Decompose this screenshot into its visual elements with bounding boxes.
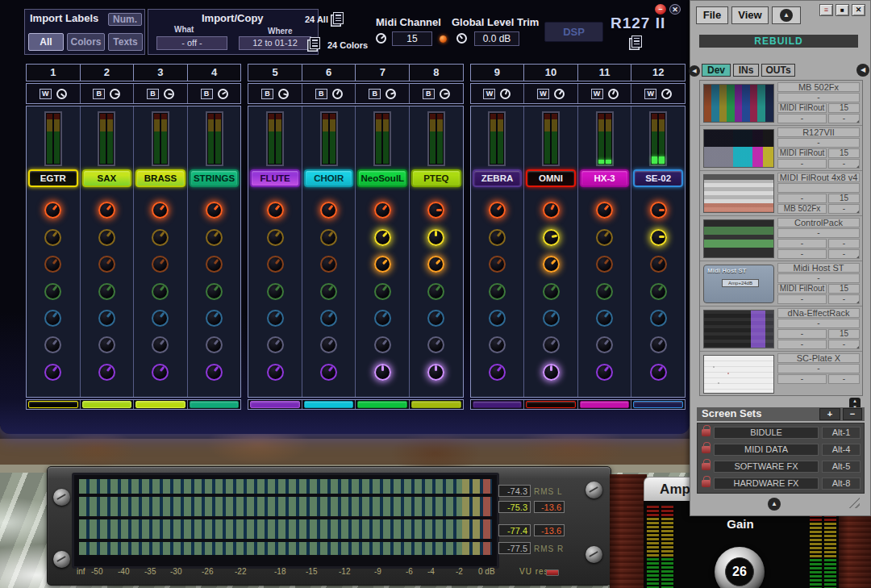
channel-knob[interactable] xyxy=(206,256,223,273)
channel-knob[interactable] xyxy=(374,283,391,300)
channel-mode-button[interactable]: B xyxy=(201,89,213,99)
global-trim-value[interactable]: 0.0 dB xyxy=(474,31,519,46)
screen-set-add-button[interactable]: + xyxy=(819,408,840,420)
device-route-field[interactable]: - xyxy=(777,114,827,123)
device-row[interactable]: SC-Plate X--- xyxy=(700,352,862,396)
channel-knob[interactable] xyxy=(98,202,115,219)
screen-set-name[interactable]: MIDI DATA xyxy=(714,444,819,456)
device-channel-field[interactable]: - xyxy=(828,204,860,214)
window-maximize-icon[interactable]: ■ xyxy=(836,4,849,16)
channel-knob[interactable] xyxy=(206,283,223,300)
channel-name-label[interactable]: CHOIR xyxy=(304,169,354,187)
device-channel-field[interactable]: 15 xyxy=(828,148,860,158)
channel-knob-icon[interactable] xyxy=(56,89,67,99)
channel-knob[interactable] xyxy=(596,256,613,273)
channel-knob-icon[interactable] xyxy=(608,89,619,99)
screen-set-row[interactable]: BIDULEAlt-1 xyxy=(699,425,861,440)
dsp-button[interactable]: DSP xyxy=(544,22,603,42)
channel-knob-icon[interactable] xyxy=(218,89,228,99)
channel-mode-button[interactable]: B xyxy=(423,89,435,99)
channel-knob[interactable] xyxy=(44,202,61,219)
channel-knob-icon[interactable] xyxy=(110,89,120,99)
channel-knob[interactable] xyxy=(489,336,506,353)
channel-mode-button[interactable]: W xyxy=(40,89,52,99)
device-route-field[interactable]: - xyxy=(777,239,827,248)
channel-knob[interactable] xyxy=(427,283,444,300)
device-field[interactable]: - xyxy=(777,273,860,283)
channel-knob[interactable] xyxy=(267,256,284,273)
file-menu[interactable]: File xyxy=(696,6,728,24)
tab-dev[interactable]: Dev xyxy=(702,64,731,77)
texts-button[interactable]: Texts xyxy=(108,33,143,51)
num-button[interactable]: Num. xyxy=(108,13,142,26)
channel-knob[interactable] xyxy=(98,283,115,300)
device-channel-field[interactable]: - xyxy=(828,114,860,123)
channel-knob[interactable] xyxy=(650,202,667,219)
channel-knob[interactable] xyxy=(543,310,560,327)
device-channel-field[interactable]: 15 xyxy=(828,103,860,113)
channel-knob[interactable] xyxy=(650,283,667,300)
channel-mode-button[interactable]: B xyxy=(369,89,381,99)
channel-knob[interactable] xyxy=(44,310,61,327)
channel-knob[interactable] xyxy=(267,310,284,327)
channel-mode-button[interactable]: W xyxy=(483,89,495,99)
spin-up-icon[interactable]: ▲ xyxy=(849,398,861,404)
screen-set-row[interactable]: MIDI DATAAlt-4 xyxy=(699,442,861,457)
channel-knob[interactable] xyxy=(489,310,506,327)
channel-knob-icon[interactable] xyxy=(661,89,672,99)
channel-knob[interactable] xyxy=(98,336,115,353)
channel-knob[interactable] xyxy=(374,310,391,327)
title-pages-icon[interactable] xyxy=(631,35,642,48)
channel-knob-icon[interactable] xyxy=(332,89,343,99)
device-route-field[interactable]: MIDI FilRout xyxy=(777,103,827,113)
channel-knob[interactable] xyxy=(320,202,337,219)
channel-knob-icon[interactable] xyxy=(278,89,289,99)
channel-name-label[interactable]: PTEQ xyxy=(411,169,461,187)
channel-knob[interactable] xyxy=(427,202,444,219)
channel-knob[interactable] xyxy=(152,364,169,381)
channel-knob[interactable] xyxy=(427,256,444,273)
channel-knob[interactable] xyxy=(152,202,169,219)
what-dropdown[interactable]: - off - xyxy=(156,36,227,50)
collapse-bottom-icon[interactable]: ▲ xyxy=(768,498,781,511)
channel-knob[interactable] xyxy=(650,364,667,381)
channel-name-label[interactable]: FLUTE xyxy=(250,169,300,187)
window-close-icon[interactable]: ✕ xyxy=(852,4,865,16)
device-row[interactable]: MB 502Fx-MIDI FilRout15-- xyxy=(700,81,862,126)
collapse-up-icon[interactable]: ▲ xyxy=(780,9,793,22)
channel-knob-icon[interactable] xyxy=(554,89,565,99)
channel-knob[interactable] xyxy=(44,256,61,273)
device-channel-field[interactable]: - xyxy=(828,249,860,259)
device-row[interactable]: MIDI FilRout 4x8 v4-15MB 502Fx- xyxy=(700,171,862,216)
device-route-field[interactable]: - xyxy=(777,159,827,169)
channel-knob[interactable] xyxy=(596,310,613,327)
where-dropdown[interactable]: 12 to 01-12 xyxy=(239,36,311,50)
channel-knob[interactable] xyxy=(206,229,223,246)
device-channel-field[interactable]: - xyxy=(828,340,860,349)
device-channel-field[interactable]: - xyxy=(828,374,860,384)
channel-knob[interactable] xyxy=(320,310,337,327)
channel-mode-button[interactable]: W xyxy=(591,89,603,99)
channel-mode-button[interactable]: B xyxy=(93,89,105,99)
channel-knob[interactable] xyxy=(543,256,560,273)
screen-set-name[interactable]: HARDWARE FX xyxy=(714,477,819,490)
channel-knob[interactable] xyxy=(267,336,284,353)
colors-button[interactable]: Colors xyxy=(67,33,105,51)
device-route-field[interactable]: - xyxy=(777,194,827,203)
channel-knob[interactable] xyxy=(489,283,506,300)
channel-mode-button[interactable]: B xyxy=(315,89,327,99)
channel-knob[interactable] xyxy=(489,229,506,246)
channel-name-label[interactable]: NeoSoulL xyxy=(357,169,407,187)
device-route-field[interactable]: MB 502Fx xyxy=(777,204,827,214)
channel-knob[interactable] xyxy=(596,336,613,353)
scroll-left-icon[interactable]: ◀ xyxy=(689,65,700,77)
channel-knob[interactable] xyxy=(650,256,667,273)
scroll-right-icon[interactable]: ◀ xyxy=(856,64,869,77)
channel-knob[interactable] xyxy=(596,229,613,246)
device-route-field[interactable]: MIDI FilRout xyxy=(777,148,827,158)
screen-set-row[interactable]: HARDWARE FXAlt-8 xyxy=(699,476,861,491)
channel-knob[interactable] xyxy=(98,256,115,273)
channel-knob[interactable] xyxy=(206,310,223,327)
channel-knob[interactable] xyxy=(152,283,169,300)
channel-knob[interactable] xyxy=(543,283,560,300)
